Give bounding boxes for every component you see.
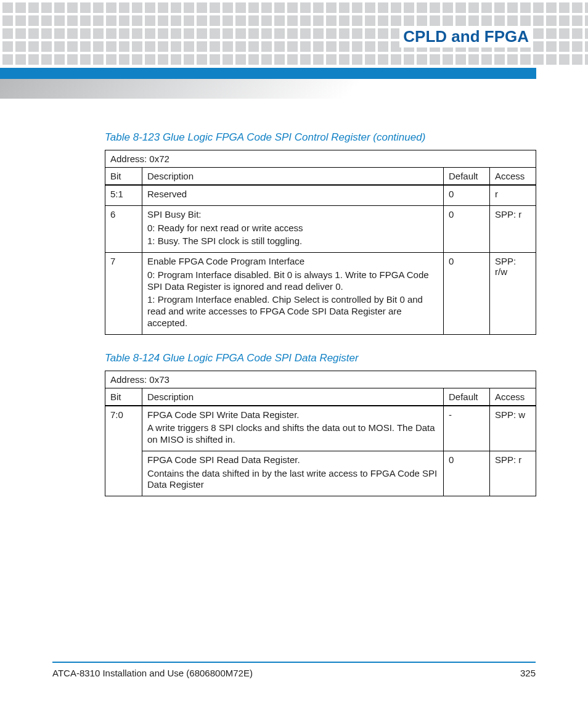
cell-access: r [490,185,536,205]
cell-bit: 5:1 [105,185,142,205]
cell-access: SPP: w [490,406,536,451]
page-footer: ATCA-8310 Installation and Use (6806800M… [52,662,536,678]
table1-address: Address: 0x72 [105,150,536,168]
table2-address-row: Address: 0x73 [105,371,536,388]
table2-caption: Table 8-124 Glue Logic FPGA Code SPI Dat… [105,352,536,364]
cell-default: 0 [444,451,490,496]
cell-bit: 6 [105,205,142,252]
cell-default: 0 [444,253,490,335]
cell-desc: Enable FPGA Code Program Interface 0: Pr… [142,253,444,335]
cell-access: SPP: r [490,451,536,496]
cell-access: SPP: r/w [490,253,536,335]
cell-default: 0 [444,205,490,252]
section-title: CPLD and FPGA [399,26,533,47]
table1-caption: Table 8-123 Glue Logic FPGA Code SPI Con… [105,131,536,144]
cell-default: - [444,406,490,451]
table2-address: Address: 0x73 [105,371,536,388]
cell-bit: 7 [105,253,142,335]
col-access: Access [490,388,536,406]
table1: Address: 0x72 Bit Description Default Ac… [105,150,536,335]
cell-bit: 7:0 [105,406,142,496]
col-bit: Bit [105,168,142,186]
col-desc: Description [142,168,444,186]
col-bit: Bit [105,388,142,406]
table-row: FPGA Code SPI Read Data Register. Contai… [105,451,536,496]
col-default: Default [444,168,490,186]
cell-default: 0 [444,185,490,205]
col-access: Access [490,168,536,186]
table2-header-row: Bit Description Default Access [105,388,536,406]
footer-page-number: 325 [520,668,536,678]
footer-doc-title: ATCA-8310 Installation and Use (6806800M… [52,668,253,678]
table-row: 7:0 FPGA Code SPI Write Data Register. A… [105,406,536,451]
table2: Address: 0x73 Bit Description Default Ac… [105,371,536,497]
table-row: 6 SPI Busy Bit: 0: Ready for next read o… [105,205,536,252]
table1-header-row: Bit Description Default Access [105,168,536,186]
table-row: 5:1 Reserved 0 r [105,185,536,205]
cell-desc: FPGA Code SPI Write Data Register. A wri… [142,406,444,451]
cell-access: SPP: r [490,205,536,252]
header-shadow [0,79,588,99]
cell-desc: Reserved [142,185,444,205]
col-default: Default [444,388,490,406]
col-desc: Description [142,388,444,406]
table-row: 7 Enable FPGA Code Program Interface 0: … [105,253,536,335]
cell-desc: SPI Busy Bit: 0: Ready for next read or … [142,205,444,252]
cell-desc: FPGA Code SPI Read Data Register. Contai… [142,451,444,496]
page-content: Table 8-123 Glue Logic FPGA Code SPI Con… [105,114,536,496]
header-blue-bar [0,68,536,79]
table1-address-row: Address: 0x72 [105,150,536,168]
